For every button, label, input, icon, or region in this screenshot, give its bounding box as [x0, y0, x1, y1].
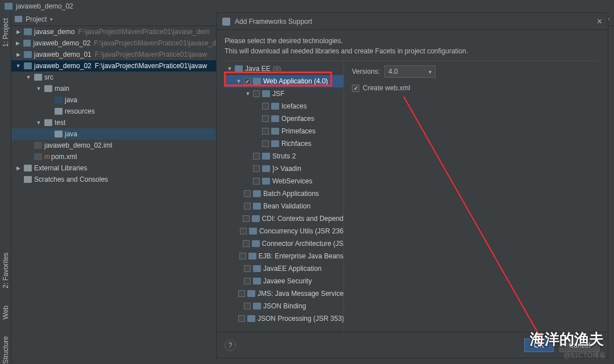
framework-checkbox[interactable] — [253, 90, 260, 97]
cancel-button[interactable]: Cancel — [559, 338, 600, 352]
close-icon[interactable]: × — [597, 16, 602, 27]
dialog-footer: ? OK Cancel — [217, 332, 608, 358]
gutter-web[interactable]: Web — [2, 306, 10, 319]
framework-checkbox[interactable] — [244, 190, 251, 197]
framework-icon — [253, 203, 261, 210]
framework-icon — [262, 153, 270, 160]
framework-item[interactable]: Openfaces — [225, 112, 343, 125]
add-frameworks-dialog: Add Frameworks Support × Please select t… — [216, 12, 608, 358]
framework-item[interactable]: WebServices — [225, 175, 343, 187]
framework-icon — [271, 103, 279, 110]
framework-item[interactable]: ▼Web Application (4.0) — [225, 75, 343, 87]
ok-button[interactable]: OK — [524, 338, 553, 352]
framework-item[interactable]: JavaEE Application — [225, 262, 343, 275]
framework-checkbox[interactable] — [244, 203, 251, 210]
tree-node[interactable]: ▶javase_demoF:\javaProject\MavenPratice0… — [11, 26, 216, 37]
create-webxml-checkbox[interactable] — [352, 85, 359, 92]
framework-checkbox[interactable] — [262, 140, 269, 147]
framework-checkbox[interactable] — [244, 278, 251, 284]
folder-icon — [5, 3, 13, 10]
framework-checkbox[interactable] — [262, 115, 269, 122]
framework-checkbox[interactable] — [244, 265, 251, 272]
framework-item[interactable]: Batch Applications — [225, 187, 343, 200]
framework-item[interactable]: Richfaces — [225, 137, 343, 150]
framework-item[interactable]: ▼Java EE (8) — [225, 62, 343, 75]
frameworks-list[interactable]: ▼Java EE (8)▼Web Application (4.0)▼JSFIc… — [225, 61, 344, 332]
framework-icon — [253, 78, 261, 85]
tree-node[interactable]: ▼javaweb_demo_02F:\javaProject\MavenPrat… — [11, 60, 216, 72]
framework-item[interactable]: Struts 2 — [225, 150, 343, 162]
window-title: javaweb_demo_02 — [16, 2, 73, 10]
tree-node[interactable]: resources — [11, 106, 216, 117]
framework-icon — [235, 65, 243, 72]
tree-node[interactable]: javaweb_demo_02.iml — [11, 140, 216, 151]
gutter-structure[interactable]: Structure — [2, 336, 10, 364]
framework-checkbox[interactable] — [244, 78, 251, 85]
left-gutter: 1: Project 2: Favorites Web Structure — [0, 12, 11, 364]
tree-node[interactable]: ▼test — [11, 117, 216, 128]
tree-node[interactable]: ▶javaweb_demo_02F:\javaProject\MavenPrat… — [11, 37, 216, 49]
framework-icon — [253, 265, 261, 272]
framework-item[interactable]: Concurrency Utils (JSR 236 — [225, 225, 343, 237]
framework-icon — [262, 178, 270, 185]
gutter-project[interactable]: 1: Project — [2, 18, 10, 47]
dialog-description: Please select the desired technologies. … — [225, 36, 600, 56]
tree-node[interactable]: java — [11, 94, 216, 106]
framework-item[interactable]: CDI: Contexts and Depend — [225, 212, 343, 225]
framework-checkbox[interactable] — [253, 165, 260, 172]
framework-item[interactable]: Icefaces — [225, 100, 343, 112]
framework-item[interactable]: }> Vaadin — [225, 162, 343, 175]
framework-item[interactable]: EJB: Enterprise Java Beans — [225, 250, 343, 262]
framework-icon — [252, 240, 260, 247]
framework-icon — [271, 128, 279, 135]
tree-node[interactable]: ▼src — [11, 72, 216, 83]
framework-icon — [249, 228, 257, 235]
framework-icon — [262, 90, 270, 97]
tree-node[interactable]: ▶javaweb_demo_01F:\javaProject\MavenPrat… — [11, 49, 216, 60]
framework-icon — [253, 278, 261, 284]
tree-node[interactable]: Scratches and Consoles — [11, 174, 216, 185]
create-webxml-label: Create web.xml — [363, 84, 410, 92]
tree-node[interactable]: ▼main — [11, 83, 216, 94]
tree-node[interactable]: java — [11, 128, 216, 140]
help-button[interactable]: ? — [225, 340, 236, 351]
framework-checkbox[interactable] — [262, 128, 269, 135]
framework-item[interactable]: Javaee Security — [225, 275, 343, 287]
framework-checkbox[interactable] — [244, 303, 251, 309]
framework-checkbox[interactable] — [239, 253, 246, 260]
gutter-favorites[interactable]: 2: Favorites — [2, 253, 10, 288]
framework-checkbox[interactable] — [253, 153, 260, 160]
framework-icon — [253, 190, 261, 197]
framework-item[interactable]: Primefaces — [225, 125, 343, 137]
project-label[interactable]: Project — [26, 15, 47, 23]
framework-item[interactable]: Bean Validation — [225, 200, 343, 212]
framework-checkbox[interactable] — [238, 290, 245, 297]
framework-item[interactable]: Connector Architecture (JS — [225, 237, 343, 250]
framework-item[interactable]: JSON Binding — [225, 300, 343, 312]
framework-checkbox[interactable] — [262, 103, 269, 110]
framework-item[interactable]: JSON Processing (JSR 353) — [225, 312, 343, 325]
versions-label: Versions: — [352, 68, 380, 76]
framework-checkbox[interactable] — [253, 178, 260, 185]
framework-icon — [252, 215, 260, 222]
dialog-titlebar: Add Frameworks Support × — [217, 13, 608, 30]
framework-options: Versions: 4.0 Create web.xml — [344, 61, 600, 332]
tree-node[interactable]: ▶External Libraries — [11, 162, 216, 174]
framework-checkbox[interactable] — [243, 240, 250, 247]
project-tree[interactable]: ▶javase_demoF:\javaProject\MavenPratice0… — [11, 26, 216, 364]
framework-checkbox[interactable] — [238, 315, 245, 322]
framework-icon — [262, 165, 270, 172]
versions-combo[interactable]: 4.0 — [384, 65, 435, 78]
framework-icon — [247, 290, 255, 297]
framework-icon — [271, 115, 279, 122]
framework-icon — [248, 253, 256, 260]
framework-icon — [253, 303, 261, 309]
framework-checkbox[interactable] — [240, 228, 247, 235]
framework-item[interactable]: JMS: Java Message Service — [225, 287, 343, 300]
window-titlebar: javaweb_demo_02 — [0, 0, 614, 12]
framework-item[interactable]: ▼JSF — [225, 87, 343, 100]
framework-checkbox[interactable] — [243, 215, 250, 222]
app-icon — [222, 18, 230, 26]
tree-node[interactable]: mpom.xml — [11, 151, 216, 162]
dialog-title: Add Frameworks Support — [235, 18, 312, 26]
